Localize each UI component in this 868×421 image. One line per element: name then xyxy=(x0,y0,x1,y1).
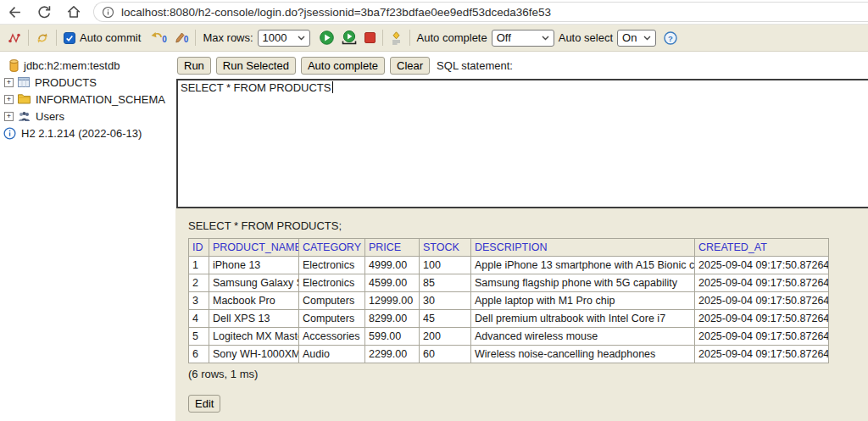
home-icon[interactable] xyxy=(66,4,81,19)
table-cell: 200 xyxy=(420,328,471,346)
run-selected-icon[interactable] xyxy=(342,30,357,45)
expand-icon[interactable]: + xyxy=(4,95,14,104)
edit-button[interactable]: Edit xyxy=(188,395,220,413)
table-cell: 599.00 xyxy=(365,328,420,346)
toolbar-separator xyxy=(409,30,410,46)
table-row: 5Logitech MX Master 3Accessories599.0020… xyxy=(189,328,829,346)
back-icon[interactable] xyxy=(7,4,22,19)
toolbar-separator xyxy=(56,30,57,46)
refresh-objects-icon[interactable] xyxy=(36,31,49,45)
sidebar-item-users[interactable]: + Users xyxy=(0,108,175,125)
cancel-statement-icon[interactable] xyxy=(364,32,376,43)
table-cell: Samsung Galaxy S21 xyxy=(209,274,299,292)
table-cell: 2025-09-04 09:17:50.872649 xyxy=(695,310,829,328)
sidebar-item-label: jdbc:h2:mem:testdb xyxy=(24,59,120,72)
chevron-down-icon xyxy=(542,36,549,41)
table-cell: 4599.00 xyxy=(365,274,420,292)
sidebar-item-label: INFORMATION_SCHEMA xyxy=(36,93,165,106)
query-echo: SELECT * FROM PRODUCTS; xyxy=(188,219,868,232)
table-cell: 6 xyxy=(189,346,209,363)
commit-count-badge: 0 xyxy=(162,35,167,44)
auto-select-label: Auto select xyxy=(559,31,613,44)
table-cell: Sony WH-1000XM4 xyxy=(209,346,299,363)
sidebar-item-database[interactable]: jdbc:h2:mem:testdb xyxy=(0,57,175,74)
database-icon xyxy=(9,59,19,72)
table-cell: Electronics xyxy=(299,257,365,274)
table-cell: 2025-09-04 09:17:50.872649 xyxy=(695,328,829,346)
expand-icon[interactable]: + xyxy=(4,78,14,87)
table-cell: Audio xyxy=(299,346,365,363)
toolbar-separator xyxy=(195,30,196,46)
table-cell: Computers xyxy=(299,310,365,328)
table-cell: 2025-09-04 09:17:50.872649 xyxy=(695,346,829,363)
auto-select-select[interactable]: On xyxy=(617,30,656,47)
max-rows-label: Max rows: xyxy=(203,31,253,44)
table-row: 6Sony WH-1000XM4Audio2299.0060Wireless n… xyxy=(189,346,829,363)
table-cell: Apple iPhone 13 smartphone with A15 Bion… xyxy=(471,257,695,274)
table-cell: 4999.00 xyxy=(365,257,420,274)
sidebar-item-label: Users xyxy=(36,110,64,123)
clear-button[interactable]: Clear xyxy=(390,57,430,75)
table-cell: 5 xyxy=(189,328,209,346)
table-cell: 2 xyxy=(189,274,209,292)
url-text[interactable]: localhost:8080/h2-console/login.do?jsess… xyxy=(121,6,551,19)
column-header: CATEGORY xyxy=(299,239,365,257)
text-caret xyxy=(332,81,333,93)
refresh-page-icon[interactable] xyxy=(36,4,52,19)
table-icon xyxy=(18,77,30,87)
table-cell: 85 xyxy=(420,274,471,292)
sidebar-item-label: H2 2.1.214 (2022-06-13) xyxy=(21,127,142,140)
rollback-icon[interactable]: 0 xyxy=(175,31,189,44)
query-frame: Run Run Selected Auto complete Clear SQL… xyxy=(175,52,868,208)
table-cell: Dell premium ultrabook with Intel Core i… xyxy=(471,310,695,328)
help-icon[interactable]: ? xyxy=(664,31,677,45)
users-icon xyxy=(18,111,31,122)
table-cell: 4 xyxy=(189,310,209,328)
table-cell: Samsung flagship phone with 5G capabilit… xyxy=(471,274,695,292)
column-header: ID xyxy=(189,239,209,257)
table-cell: 8299.00 xyxy=(365,310,420,328)
commit-icon[interactable]: 0 xyxy=(150,31,167,44)
table-cell: 1 xyxy=(189,257,209,274)
run-button[interactable]: Run xyxy=(177,57,211,75)
table-cell: 2025-09-04 09:17:50.872649 xyxy=(695,292,829,310)
table-cell: Wireless noise-cancelling headphones xyxy=(471,346,695,363)
table-row: 4Dell XPS 13Computers8299.0045Dell premi… xyxy=(189,310,829,328)
table-cell: 12999.00 xyxy=(365,292,420,310)
column-header: PRODUCT_NAME xyxy=(209,239,299,257)
table-row: 3Macbook ProComputers12999.0030Apple lap… xyxy=(189,292,829,310)
column-header: DESCRIPTION xyxy=(471,239,695,257)
sidebar-item-information-schema[interactable]: + INFORMATION_SCHEMA xyxy=(0,91,175,108)
address-bar[interactable]: localhost:8080/h2-console/login.do?jsess… xyxy=(93,2,868,22)
sidebar-item-label: PRODUCTS xyxy=(35,76,97,89)
table-cell: Logitech MX Master 3 xyxy=(209,328,299,346)
expand-icon[interactable]: + xyxy=(4,112,14,121)
toolbar-separator xyxy=(28,30,29,46)
sidebar-item-h2-version[interactable]: H2 2.1.214 (2022-06-13) xyxy=(0,125,175,141)
auto-complete-button[interactable]: Auto complete xyxy=(301,57,385,75)
site-info-icon[interactable] xyxy=(102,6,114,19)
sql-text: SELECT * FROM PRODUCTS xyxy=(181,81,331,94)
sql-input[interactable]: SELECT * FROM PRODUCTS xyxy=(176,79,868,208)
table-cell: Accessories xyxy=(299,328,365,346)
row-count-status: (6 rows, 1 ms) xyxy=(188,368,868,380)
table-cell: 2299.00 xyxy=(365,346,420,363)
auto-commit-checkbox[interactable] xyxy=(64,32,75,44)
object-tree-sidebar: jdbc:h2:mem:testdb + PRODUCTS + INFORMAT… xyxy=(0,52,175,421)
results-table: IDPRODUCT_NAMECATEGORYPRICESTOCKDESCRIPT… xyxy=(188,238,829,363)
max-rows-select[interactable]: 1000 xyxy=(258,30,310,47)
rollback-count-badge: 0 xyxy=(184,35,189,44)
run-selected-button[interactable]: Run Selected xyxy=(216,57,296,75)
sidebar-item-products[interactable]: + PRODUCTS xyxy=(0,74,175,91)
table-row: 1iPhone 13Electronics4999.00100Apple iPh… xyxy=(189,257,829,274)
auto-complete-select[interactable]: Off xyxy=(492,30,554,47)
disconnect-icon[interactable] xyxy=(8,31,21,45)
run-icon[interactable] xyxy=(320,30,334,45)
column-header: PRICE xyxy=(365,239,420,257)
folder-icon xyxy=(18,94,31,104)
table-cell: iPhone 13 xyxy=(209,257,299,274)
chevron-down-icon xyxy=(643,36,651,41)
autocomplete-lamp-icon[interactable] xyxy=(390,31,403,45)
svg-text:?: ? xyxy=(668,33,673,42)
results-frame: SELECT * FROM PRODUCTS; IDPRODUCT_NAMECA… xyxy=(175,208,868,421)
